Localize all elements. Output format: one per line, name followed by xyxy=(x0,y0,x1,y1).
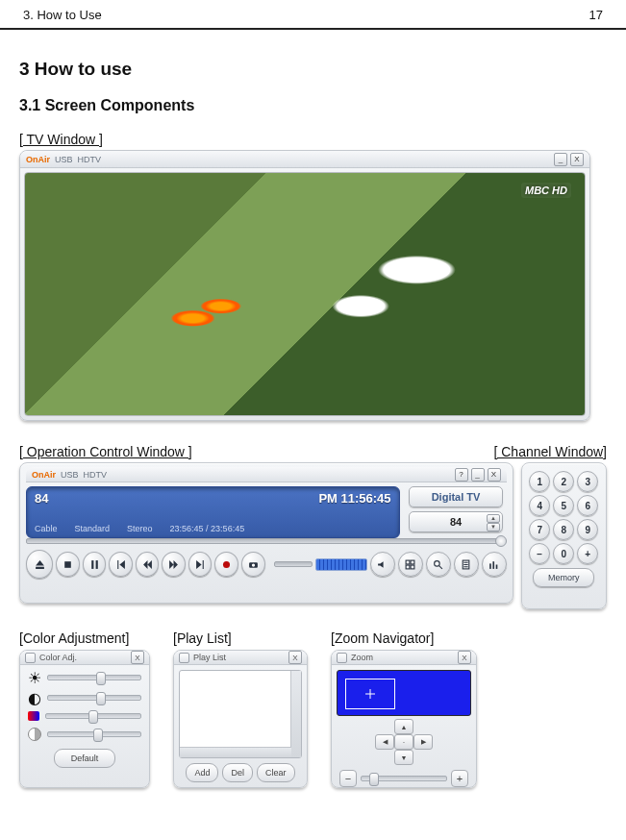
numkey-9[interactable]: 9 xyxy=(577,519,598,540)
hue-slider[interactable] xyxy=(28,711,141,721)
playlist-list[interactable] xyxy=(179,670,302,758)
lcd-audio: Stereo xyxy=(127,524,153,533)
header-rule xyxy=(0,28,626,30)
product-label-usb: USB xyxy=(61,470,79,480)
svg-rect-14 xyxy=(496,564,498,568)
caption-zoom-navigator: [Zoom Navigator] xyxy=(331,630,477,646)
channel-display-value: 84 xyxy=(450,516,462,528)
lcd-standard: Standard xyxy=(75,524,111,533)
help-button[interactable]: ? xyxy=(455,468,468,482)
page-title: 3 How to use xyxy=(19,59,607,80)
vertical-scrollbar[interactable] xyxy=(290,671,301,757)
svg-rect-2 xyxy=(95,560,97,569)
default-button[interactable]: Default xyxy=(54,749,115,768)
del-button[interactable]: Del xyxy=(222,763,253,782)
numkey-0[interactable]: 0 xyxy=(553,543,574,564)
pan-center-button[interactable]: · xyxy=(394,734,413,750)
play-list-window: Play List X Add Del Clear xyxy=(173,650,308,788)
caption-tv-window: [ TV Window ] xyxy=(19,132,607,147)
channel-down-button[interactable]: ▼ xyxy=(487,523,500,531)
numkey-6[interactable]: 6 xyxy=(577,495,598,516)
zoom-slider[interactable] xyxy=(361,776,447,781)
seek-bar[interactable] xyxy=(26,536,507,546)
horizontal-scrollbar[interactable] xyxy=(180,747,291,757)
numkey-minus[interactable]: − xyxy=(529,543,550,564)
contrast-slider[interactable]: ◐ xyxy=(28,691,141,704)
document-button[interactable] xyxy=(454,552,479,577)
zoom-rect[interactable] xyxy=(345,679,395,709)
zoom-navigator-window: Zoom X ▲ ◀ · ▶ ▼ − xyxy=(331,650,477,788)
window-title: Color Adj. xyxy=(39,653,77,662)
fullscreen-button[interactable] xyxy=(398,552,423,577)
next-button[interactable] xyxy=(188,552,213,577)
pause-button[interactable] xyxy=(83,552,107,577)
lcd-channel-number: 84 xyxy=(35,491,48,506)
broadcast-logo: MBC HD xyxy=(521,183,571,198)
mode-button[interactable]: Digital TV xyxy=(409,486,503,507)
close-button[interactable]: X xyxy=(570,153,584,166)
tv-title-bar[interactable]: OnAir USB HDTV _ X xyxy=(20,151,589,168)
volume-meter xyxy=(315,558,367,571)
lcd-source: Cable xyxy=(35,524,58,533)
close-button[interactable]: X xyxy=(458,651,471,664)
pan-dpad: ▲ ◀ · ▶ ▼ xyxy=(332,719,476,765)
numkey-8[interactable]: 8 xyxy=(553,519,574,540)
pan-left-button[interactable]: ◀ xyxy=(375,734,394,750)
pan-right-button[interactable]: ▶ xyxy=(413,734,433,750)
svg-point-5 xyxy=(252,563,255,566)
mute-button[interactable] xyxy=(370,552,395,577)
close-button[interactable]: X xyxy=(488,468,501,482)
minimize-button[interactable]: _ xyxy=(554,153,567,166)
pan-up-button[interactable]: ▲ xyxy=(394,719,413,734)
numkey-3[interactable]: 3 xyxy=(577,471,598,492)
window-title: Zoom xyxy=(351,653,373,662)
brightness-slider[interactable]: ☀ xyxy=(28,671,141,684)
search-button[interactable] xyxy=(426,552,451,577)
lcd-clock: PM 11:56:45 xyxy=(318,491,390,506)
playlist-title-bar[interactable]: Play List X xyxy=(174,651,307,665)
svg-rect-7 xyxy=(411,560,414,564)
contrast-icon: ◐ xyxy=(28,691,41,704)
section-title: 3.1 Screen Components xyxy=(19,97,607,114)
zoom-in-button[interactable]: + xyxy=(451,770,468,787)
add-button[interactable]: Add xyxy=(186,763,218,782)
numkey-4[interactable]: 4 xyxy=(529,495,550,516)
sun-icon: ☀ xyxy=(28,671,41,684)
eject-button[interactable] xyxy=(26,550,53,579)
window-title: Play List xyxy=(193,653,226,662)
svg-rect-1 xyxy=(91,560,93,569)
rewind-button[interactable] xyxy=(136,552,160,577)
color-adjustment-title-bar[interactable]: Color Adj. X xyxy=(20,651,149,665)
operation-control-window: OnAir USB HDTV ? _ X 84 PM 11:56:45 Cabl… xyxy=(19,462,513,604)
svg-point-10 xyxy=(435,560,440,566)
prev-button[interactable] xyxy=(109,552,133,577)
brand-label: OnAir xyxy=(32,470,56,480)
opc-title-bar[interactable]: OnAir USB HDTV ? _ X xyxy=(26,467,507,482)
channel-up-button[interactable]: ▲ xyxy=(487,514,500,523)
volume-slider[interactable] xyxy=(274,561,313,567)
numkey-7[interactable]: 7 xyxy=(529,519,550,540)
memory-button[interactable]: Memory xyxy=(533,568,594,587)
record-button[interactable] xyxy=(214,552,238,577)
snapshot-button[interactable] xyxy=(241,552,265,577)
numkey-plus[interactable]: + xyxy=(577,543,598,564)
equalizer-button[interactable] xyxy=(482,552,507,577)
video-area[interactable]: MBC HD xyxy=(24,172,586,416)
numkey-1[interactable]: 1 xyxy=(529,471,550,492)
stop-button[interactable] xyxy=(56,552,80,577)
zoom-title-bar[interactable]: Zoom X xyxy=(332,651,476,665)
clear-button[interactable]: Clear xyxy=(257,763,295,782)
numkey-5[interactable]: 5 xyxy=(553,495,574,516)
zoom-preview[interactable] xyxy=(337,670,471,716)
zoom-out-button[interactable]: − xyxy=(339,770,357,787)
close-button[interactable]: X xyxy=(288,651,302,664)
minimize-button[interactable]: _ xyxy=(471,468,485,482)
saturation-slider[interactable] xyxy=(28,728,141,741)
channel-display[interactable]: 84 ▲ ▼ xyxy=(409,511,503,532)
forward-button[interactable] xyxy=(162,552,186,577)
window-icon xyxy=(179,653,189,663)
numkey-2[interactable]: 2 xyxy=(553,471,574,492)
channel-window: 1 2 3 4 5 6 7 8 9 − 0 + Memory xyxy=(521,462,607,609)
close-button[interactable]: X xyxy=(131,651,144,664)
pan-down-button[interactable]: ▼ xyxy=(394,750,413,765)
